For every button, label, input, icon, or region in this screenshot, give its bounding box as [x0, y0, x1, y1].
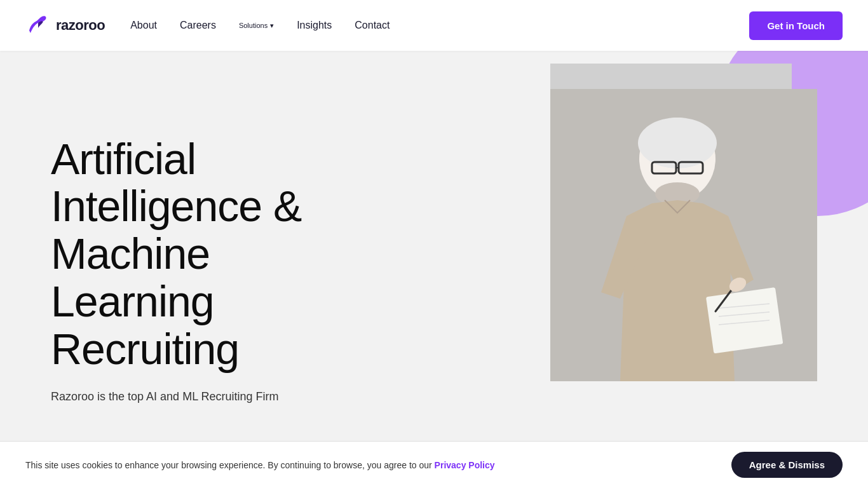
svg-point-2: [638, 118, 717, 168]
nav-link-solutions[interactable]: Solutions ▾: [239, 22, 274, 30]
nav-item-contact[interactable]: Contact: [355, 20, 390, 31]
nav-links: About Careers Solutions ▾ Insights Conta…: [130, 20, 749, 31]
logo-text: razoroo: [56, 17, 105, 34]
hero-subtitle: Razoroo is the top AI and ML Recruiting …: [51, 390, 356, 403]
hero-content: Artificial Intelligence & Machine Learni…: [0, 97, 356, 442]
cookie-banner: This site uses cookies to enhance your b…: [0, 441, 868, 488]
nav-item-insights[interactable]: Insights: [297, 20, 332, 31]
svg-rect-7: [706, 287, 783, 353]
hero-image-area: [499, 51, 817, 488]
nav-link-careers[interactable]: Careers: [180, 20, 216, 30]
razoroo-logo-icon: [25, 13, 51, 38]
nav-link-contact[interactable]: Contact: [355, 20, 390, 30]
nav-item-careers[interactable]: Careers: [180, 20, 216, 31]
person-illustration: [550, 89, 817, 381]
get-in-touch-button[interactable]: Get in Touch: [749, 11, 843, 40]
hero-section: Artificial Intelligence & Machine Learni…: [0, 51, 868, 488]
cookie-message-text: This site uses cookies to enhance your b…: [25, 460, 495, 470]
privacy-policy-link[interactable]: Privacy Policy: [435, 460, 495, 470]
hero-title: Artificial Intelligence & Machine Learni…: [51, 135, 356, 373]
hero-person-image: [550, 89, 817, 381]
logo-link[interactable]: razoroo: [25, 13, 105, 38]
dropdown-arrow-icon: ▾: [270, 22, 274, 30]
nav-item-about[interactable]: About: [130, 20, 157, 31]
cookie-dismiss-button[interactable]: Agree & Dismiss: [731, 452, 843, 478]
nav-link-about[interactable]: About: [130, 20, 157, 30]
nav-item-solutions[interactable]: Solutions ▾: [239, 22, 274, 30]
nav-link-insights[interactable]: Insights: [297, 20, 332, 30]
navbar: razoroo About Careers Solutions ▾ Insigh…: [0, 0, 868, 51]
